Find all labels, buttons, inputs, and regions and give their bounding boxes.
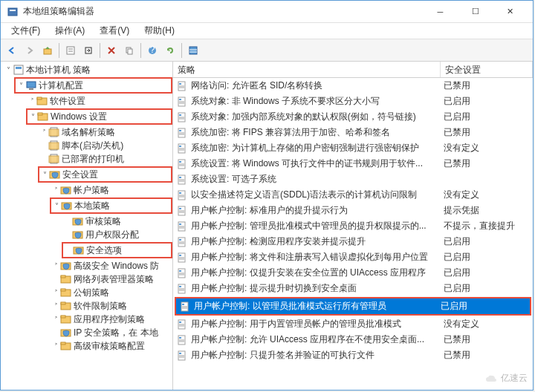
tree-node[interactable]: ˅本地计算机 策略: [1, 63, 172, 76]
toggle-icon[interactable]: ˃: [51, 289, 60, 297]
tree-node[interactable]: ˃公钥策略: [1, 286, 172, 299]
policy-row[interactable]: 用户帐户控制: 检测应用程序安装并提示提升已启用: [173, 234, 533, 249]
node-label: 帐户策略: [74, 184, 109, 197]
toggle-icon[interactable]: ˅: [40, 171, 49, 179]
tree-node[interactable]: 安全选项: [64, 244, 170, 257]
tree-node[interactable]: 已部署的打印机: [1, 152, 172, 166]
policy-row[interactable]: 用户帐户控制: 标准用户的提升提示行为提示凭据: [173, 203, 533, 218]
watermark: 亿速云: [484, 372, 528, 385]
maximize-button[interactable]: ☐: [458, 1, 492, 22]
export-button[interactable]: [80, 42, 97, 59]
toggle-icon[interactable]: ˅: [16, 82, 25, 90]
policy-label: 用户帐户控制: 提示提升时切换到安全桌面: [191, 282, 444, 295]
toggle-icon[interactable]: ˃: [27, 97, 36, 105]
list-body[interactable]: 网络访问: 允许匿名 SID/名称转换已禁用系统对象: 非 Windows 子系…: [173, 78, 533, 390]
tree-node[interactable]: ˃软件限制策略: [1, 299, 172, 313]
toggle-icon[interactable]: ˃: [51, 186, 60, 195]
list-view-button[interactable]: [185, 42, 201, 59]
cloud-icon: [484, 373, 498, 384]
toggle-icon[interactable]: ˅: [52, 202, 61, 210]
tree-node[interactable]: 审核策略: [1, 215, 172, 228]
menu-file[interactable]: 文件(F): [5, 23, 46, 39]
node-label: 高级安全 Windows 防: [74, 260, 159, 272]
minimize-button[interactable]: ─: [424, 1, 457, 22]
back-button[interactable]: [4, 42, 20, 59]
policy-row[interactable]: 用户帐户控制: 允许 UIAccess 应用程序在不使用安全桌面...已禁用: [173, 332, 533, 347]
toggle-icon[interactable]: ˃: [51, 302, 60, 310]
node-label: 已部署的打印机: [62, 153, 124, 166]
tree-node[interactable]: ˅计算机配置: [16, 79, 170, 92]
refresh-button[interactable]: [162, 42, 178, 59]
policy-value: 已启用: [444, 235, 533, 248]
tree-pane[interactable]: ˅本地计算机 策略˅计算机配置˃软件设置˅Windows 设置˃域名解析策略 脚…: [1, 62, 173, 390]
svg-rect-79: [179, 208, 181, 209]
policy-icon: [176, 318, 188, 330]
tree-node[interactable]: ˃域名解析策略: [1, 125, 172, 139]
svg-rect-36: [61, 275, 65, 278]
svg-rect-38: [61, 289, 65, 291]
tree-node[interactable]: ˅本地策略: [52, 199, 170, 212]
policy-row[interactable]: 用户帐户控制: 用于内置管理员帐户的管理员批准模式没有定义: [173, 316, 533, 332]
tree-node[interactable]: ˅安全设置: [40, 168, 170, 181]
policy-row[interactable]: 系统对象: 非 Windows 子系统不要求区分大小写已启用: [173, 94, 533, 109]
tree-node[interactable]: 用户权限分配: [1, 228, 172, 241]
tree-node[interactable]: ˃高级审核策略配置: [1, 339, 172, 353]
policy-row[interactable]: 网络访问: 允许匿名 SID/名称转换已禁用: [173, 78, 533, 94]
col-policy[interactable]: 策略: [173, 62, 441, 77]
close-button[interactable]: ✕: [493, 1, 527, 22]
toggle-icon[interactable]: ˅: [4, 66, 13, 74]
node-icon: [60, 260, 72, 272]
policy-row[interactable]: 用户帐户控制: 提示提升时切换到安全桌面已启用: [173, 281, 533, 296]
svg-rect-25: [49, 143, 59, 149]
up-button[interactable]: [39, 42, 56, 59]
tree-node[interactable]: ˃高级安全 Windows 防: [1, 259, 172, 272]
tree-node[interactable]: ˅Windows 设置: [28, 110, 170, 123]
policy-row[interactable]: 以安全描述符定义语言(SDDL)语法表示的计算机访问限制没有定义: [173, 187, 533, 203]
policy-value: 没有定义: [444, 189, 533, 201]
node-icon: [60, 184, 72, 196]
policy-row[interactable]: 系统加密: 为计算机上存储的用户密钥强制进行强密钥保护没有定义: [173, 140, 533, 156]
node-label: 本地计算机 策略: [26, 64, 91, 76]
toggle-icon[interactable]: ˃: [51, 316, 60, 324]
tree-node[interactable]: 脚本(启动/关机): [1, 139, 172, 152]
tree-node[interactable]: 网络列表管理器策略: [1, 272, 172, 286]
menu-view[interactable]: 查看(V): [94, 23, 135, 39]
toggle-icon[interactable]: ˃: [51, 262, 60, 270]
svg-rect-40: [61, 302, 65, 304]
tree-node[interactable]: ˃软件设置: [1, 94, 172, 108]
policy-row[interactable]: 系统加密: 将 FIPS 兼容算法用于加密、哈希和签名已禁用: [173, 125, 533, 140]
properties-button[interactable]: [62, 42, 79, 59]
policy-row[interactable]: 系统对象: 加强内部系统对象的默认权限(例如，符号链接)已启用: [173, 109, 533, 125]
policy-row[interactable]: 用户帐户控制: 以管理员批准模式运行所有管理员已启用: [176, 298, 530, 314]
forward-button[interactable]: [22, 42, 38, 59]
menu-action[interactable]: 操作(A): [49, 23, 91, 39]
delete-button[interactable]: [103, 42, 120, 59]
policy-label: 系统对象: 加强内部系统对象的默认权限(例如，符号链接): [191, 111, 444, 123]
toggle-icon[interactable]: ˃: [51, 342, 60, 350]
toggle-icon[interactable]: ˃: [39, 128, 48, 137]
col-setting[interactable]: 安全设置: [441, 62, 533, 77]
svg-rect-2: [44, 49, 51, 54]
node-icon: [36, 95, 48, 107]
svg-rect-42: [61, 316, 65, 318]
policy-row[interactable]: 系统设置: 可选子系统: [173, 172, 533, 187]
svg-rect-19: [37, 97, 42, 99]
copy-button[interactable]: [121, 42, 137, 59]
svg-rect-11: [189, 47, 197, 54]
svg-rect-95: [179, 270, 181, 272]
menu-help[interactable]: 帮助(H): [138, 23, 181, 39]
policy-row[interactable]: 系统设置: 将 Windows 可执行文件中的证书规则用于软件...已禁用: [173, 156, 533, 172]
tree-node[interactable]: IP 安全策略，在 本地: [1, 326, 172, 339]
policy-row[interactable]: 用户帐户控制: 仅提升安装在安全位置的 UIAccess 应用程序已启用: [173, 265, 533, 281]
help-button[interactable]: ?: [144, 42, 160, 59]
policy-row[interactable]: 用户帐户控制: 管理员批准模式中管理员的提升权限提示的...不提示，直接提升: [173, 218, 533, 234]
tree-node[interactable]: ˃应用程序控制策略: [1, 313, 172, 326]
policy-row[interactable]: 用户帐户控制: 只提升签名并验证的可执行文件已禁用: [173, 347, 533, 363]
svg-rect-55: [179, 114, 181, 116]
tree-node[interactable]: ˃帐户策略: [1, 183, 172, 197]
policy-value: 已启用: [444, 95, 533, 108]
node-label: 安全选项: [86, 244, 122, 257]
node-label: 脚本(启动/关机): [62, 140, 123, 152]
policy-row[interactable]: 用户帐户控制: 将文件和注册表写入错误虚拟化到每用户位置已启用: [173, 249, 533, 265]
toggle-icon[interactable]: ˅: [28, 113, 37, 121]
